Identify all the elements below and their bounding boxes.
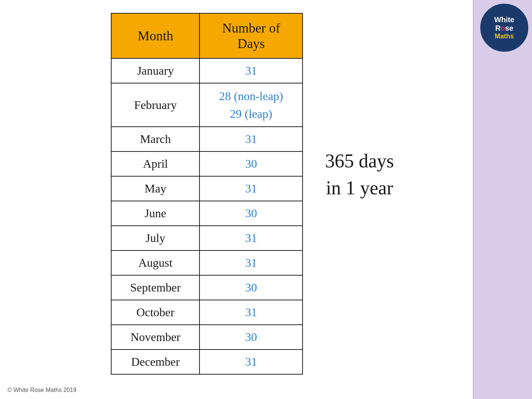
months-table: Month Number of Days January31February28… [111, 13, 303, 375]
days-cell: 30 [200, 201, 303, 226]
days-column-header: Number of Days [200, 13, 303, 58]
days-cell: 31 [200, 58, 303, 83]
table-row: July31 [111, 226, 303, 250]
table-row: June30 [111, 201, 303, 226]
summary-line2: in 1 year [325, 175, 394, 202]
days-header-label: Number of Days [222, 21, 280, 51]
table-row: November30 [111, 325, 303, 349]
month-cell: April [111, 151, 200, 176]
days-cell: 31 [200, 127, 303, 151]
month-cell: October [111, 300, 200, 325]
month-cell: February [111, 83, 200, 127]
month-cell: December [111, 349, 200, 374]
month-cell: August [111, 250, 200, 275]
month-cell: March [111, 127, 200, 151]
sidebar [473, 0, 532, 399]
month-cell: September [111, 275, 200, 300]
days-cell: 30 [200, 151, 303, 176]
days-summary: 365 days in 1 year [325, 148, 394, 202]
copyright-text: © White Rose Maths 2019 [7, 387, 76, 393]
days-cell: 31 [200, 226, 303, 250]
table-container: Month Number of Days January31February28… [111, 13, 303, 375]
month-cell: June [111, 201, 200, 226]
table-row: October31 [111, 300, 303, 325]
month-cell: July [111, 226, 200, 250]
table-row: May31 [111, 176, 303, 201]
logo-o: o [501, 24, 505, 33]
logo-r: R [495, 24, 501, 33]
table-row: December31 [111, 349, 303, 374]
month-cell: November [111, 325, 200, 349]
days-cell: 28 (non-leap)29 (leap) [200, 83, 303, 127]
logo-rose-text: Rose [495, 24, 514, 33]
month-cell: May [111, 176, 200, 201]
logo-white-text: White [494, 16, 514, 24]
days-cell: 31 [200, 349, 303, 374]
days-cell: 31 [200, 300, 303, 325]
days-cell: 31 [200, 250, 303, 275]
table-header-row: Month Number of Days [111, 13, 303, 58]
table-row: February28 (non-leap)29 (leap) [111, 83, 303, 127]
table-row: April30 [111, 151, 303, 176]
feb-non-leap: 28 (non-leap) [207, 87, 295, 105]
days-cell: 31 [200, 176, 303, 201]
table-row: September30 [111, 275, 303, 300]
table-row: March31 [111, 127, 303, 151]
main-content: Month Number of Days January31February28… [0, 0, 473, 399]
month-column-header: Month [111, 13, 200, 58]
table-row: January31 [111, 58, 303, 83]
days-cell: 30 [200, 325, 303, 349]
logo-se: se [505, 24, 513, 33]
month-header-label: Month [138, 28, 173, 43]
month-cell: January [111, 58, 200, 83]
days-cell: 30 [200, 275, 303, 300]
wrm-logo: White Rose Maths [480, 4, 528, 52]
logo-maths-text: Maths [495, 33, 514, 40]
table-body: January31February28 (non-leap)29 (leap)M… [111, 58, 303, 374]
table-row: August31 [111, 250, 303, 275]
feb-leap: 29 (leap) [207, 105, 295, 123]
summary-line1: 365 days [325, 148, 394, 175]
